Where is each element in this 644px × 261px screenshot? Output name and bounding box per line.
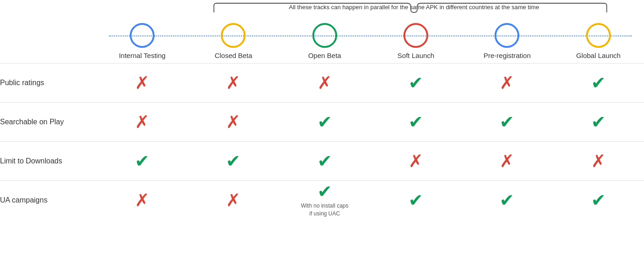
cell-3-1: ✗ [188, 181, 279, 220]
cell-2-5: ✗ [553, 142, 644, 180]
cell-1-3: ✔ [370, 103, 461, 141]
circle-prereg [494, 23, 519, 48]
cell-1-1: ✗ [188, 103, 279, 141]
cell-3-5: ✔ [553, 181, 644, 220]
check-icon: ✔ [591, 191, 606, 209]
check-icon: ✔ [317, 113, 332, 131]
cross-icon: ✗ [500, 152, 514, 170]
cell-2-0: ✔ [97, 142, 188, 180]
circle-closed [221, 23, 246, 48]
row-label-3: UA campaigns [0, 191, 97, 209]
cross-icon: ✗ [317, 74, 332, 92]
check-icon: ✔ [135, 152, 150, 170]
cell-3-4: ✔ [461, 181, 552, 220]
cell-2-1: ✔ [188, 142, 279, 180]
track-col-prereg: Pre-registration [461, 23, 552, 59]
check-icon: ✔ [591, 74, 606, 92]
cell-1-4: ✔ [461, 103, 552, 141]
cell-0-4: ✗ [461, 64, 552, 102]
circle-open [312, 23, 337, 48]
track-col-global: Global Launch [553, 23, 644, 59]
row-searchable: Searchable on Play ✗ ✗ ✔ ✔ ✔ ✔ [0, 102, 644, 141]
cross-icon: ✗ [135, 74, 150, 92]
brace-container [209, 2, 610, 16]
check-icon: ✔ [408, 113, 423, 131]
track-col-internal: Internal Testing [97, 23, 188, 59]
cell-2-4: ✗ [461, 142, 552, 180]
header-row: Internal Testing Closed Beta Open Beta S… [0, 23, 644, 63]
check-icon: ✔ [317, 183, 332, 200]
cell-3-2: ✔ With no install capsif using UAC [279, 181, 370, 220]
track-label-soft: Soft Launch [397, 52, 434, 59]
row-ua-campaigns: UA campaigns ✗ ✗ ✔ With no install capsi… [0, 180, 644, 220]
cross-icon: ✗ [408, 152, 423, 170]
cell-0-3: ✔ [370, 64, 461, 102]
check-icon: ✔ [591, 113, 606, 131]
cell-1-0: ✗ [97, 103, 188, 141]
track-col-open: Open Beta [279, 23, 370, 59]
cross-icon: ✗ [135, 113, 150, 131]
track-label-prereg: Pre-registration [483, 52, 531, 59]
main-container: All these tracks can happen in parallel … [0, 0, 644, 261]
check-icon: ✔ [500, 191, 514, 209]
cell-3-0: ✗ [97, 181, 188, 220]
cross-icon: ✗ [226, 113, 241, 131]
cell-note-3-2: With no install capsif using UAC [301, 202, 348, 218]
circle-soft [403, 23, 428, 48]
circle-internal [130, 23, 155, 48]
check-icon: ✔ [317, 152, 332, 170]
check-icon: ✔ [500, 113, 514, 131]
cell-0-5: ✔ [553, 64, 644, 102]
row-limit-downloads: Limit to Downloads ✔ ✔ ✔ ✗ ✗ ✗ [0, 141, 644, 180]
track-label-closed: Closed Beta [215, 52, 253, 59]
cross-icon: ✗ [226, 191, 241, 209]
cell-0-1: ✗ [188, 64, 279, 102]
track-col-soft: Soft Launch [370, 23, 461, 59]
row-label-1: Searchable on Play [0, 113, 97, 131]
main-table: Internal Testing Closed Beta Open Beta S… [0, 23, 644, 220]
cross-icon: ✗ [135, 191, 150, 209]
track-label-open: Open Beta [308, 52, 341, 59]
cell-1-5: ✔ [553, 103, 644, 141]
cell-0-2: ✗ [279, 64, 370, 102]
track-col-closed: Closed Beta [188, 23, 279, 59]
row-label-2: Limit to Downloads [0, 152, 97, 170]
cell-3-3: ✔ [370, 181, 461, 220]
cell-0-0: ✗ [97, 64, 188, 102]
cross-icon: ✗ [591, 152, 606, 170]
cell-2-3: ✗ [370, 142, 461, 180]
track-label-internal: Internal Testing [119, 52, 165, 59]
check-icon: ✔ [408, 191, 423, 209]
cell-1-2: ✔ [279, 103, 370, 141]
row-label-0: Public ratings [0, 74, 97, 92]
track-label-global: Global Launch [576, 52, 621, 59]
circle-global [586, 23, 611, 48]
cell-2-2: ✔ [279, 142, 370, 180]
check-icon: ✔ [226, 152, 241, 170]
cross-icon: ✗ [500, 74, 514, 92]
row-public-ratings: Public ratings ✗ ✗ ✗ ✔ ✗ ✔ [0, 63, 644, 102]
cross-icon: ✗ [226, 74, 241, 92]
check-icon: ✔ [408, 74, 423, 92]
